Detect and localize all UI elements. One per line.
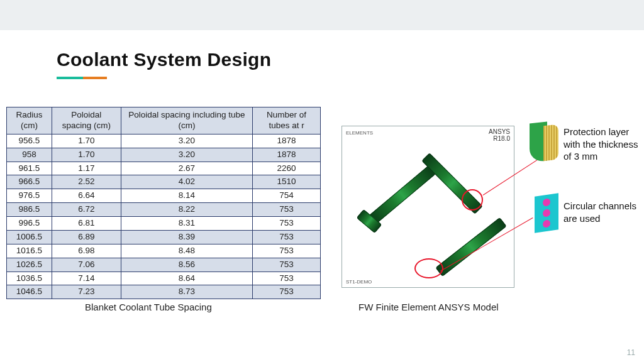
coolant-tube-table: Radius (cm) Poloidal spacing (cm) Poloid…: [6, 107, 321, 299]
table-body: 956.51.703.2018789581.703.201878961.51.1…: [7, 134, 321, 299]
fig-software-tag: ANSYS R18.0: [489, 129, 510, 142]
table-row: 996.56.818.31753: [7, 217, 321, 231]
table-cell: 753: [253, 217, 321, 231]
table-cell: 1878: [253, 148, 321, 162]
table-row: 961.51.172.672260: [7, 162, 321, 175]
table-cell: 754: [253, 189, 321, 203]
table-cell: 8.73: [121, 285, 252, 299]
col-radius: Radius (cm): [7, 107, 52, 134]
figure-caption: FW Finite Element ANSYS Model: [358, 302, 499, 312]
table-cell: 753: [253, 203, 321, 217]
table-row: 966.52.524.021510: [7, 175, 321, 189]
accent-bar: [57, 77, 107, 79]
page-title: Coolant System Design: [57, 49, 644, 70]
table-cell: 6.72: [52, 203, 121, 217]
table-cell: 4.02: [121, 175, 252, 189]
table-cell: 2260: [253, 162, 321, 175]
fig-bottom-tag: ST1-DEMO: [346, 279, 372, 285]
table-cell: 1878: [253, 134, 321, 148]
table-cell: 7.06: [52, 258, 121, 272]
table-header-row: Radius (cm) Poloidal spacing (cm) Poloid…: [7, 107, 321, 134]
table-cell: 8.22: [121, 203, 252, 217]
table-cell: 3.20: [121, 134, 252, 148]
protection-layer-swatch: [530, 123, 560, 162]
table-cell: 1026.5: [7, 258, 52, 272]
tube-segment: [369, 165, 436, 224]
ansys-label: ANSYS: [489, 128, 510, 135]
table-cell: 753: [253, 258, 321, 272]
table-cell: 8.56: [121, 258, 252, 272]
table-cell: 986.5: [7, 203, 52, 217]
table-row: 1046.57.238.73753: [7, 285, 321, 299]
table-cell: 1.70: [52, 134, 121, 148]
table-cell: 956.5: [7, 134, 52, 148]
table-cell: 753: [253, 285, 321, 299]
callout-circle-icon: [414, 258, 443, 278]
col-poloidal: Poloidal spacing (cm): [52, 107, 121, 134]
table-cell: 6.98: [52, 244, 121, 258]
swatch-gold: [543, 124, 558, 162]
fig-corner-tag: ELEMENTS: [346, 130, 373, 136]
callout-circle-icon: [462, 189, 483, 211]
table-row: 976.56.648.14754: [7, 189, 321, 203]
table-cell: 1006.5: [7, 230, 52, 244]
table-row: 1036.57.148.64753: [7, 272, 321, 285]
ansys-version: R18.0: [493, 135, 510, 142]
table-row: 1026.57.068.56753: [7, 258, 321, 272]
page-number: 11: [627, 348, 635, 357]
table-row: 1006.56.898.39753: [7, 230, 321, 244]
table-cell: 753: [253, 272, 321, 285]
table-cell: 3.20: [121, 148, 252, 162]
table-cell: 2.52: [52, 175, 121, 189]
channel-dot-icon: [543, 209, 550, 217]
protection-layer-label: Protection layer with the thickness of 3…: [564, 126, 644, 163]
table-row: 956.51.703.201878: [7, 134, 321, 148]
table-cell: 2.67: [121, 162, 252, 175]
table-cell: 1.17: [52, 162, 121, 175]
table-cell: 1.70: [52, 148, 121, 162]
table-cell: 7.14: [52, 272, 121, 285]
table-cell: 8.64: [121, 272, 252, 285]
ansys-model-figure: ELEMENTS ANSYS R18.0 ST1-DEMO: [341, 126, 514, 288]
header: Coolant System Design: [0, 30, 644, 79]
channel-dot-icon: [543, 198, 550, 207]
table-cell: 6.89: [52, 230, 121, 244]
table-cell: 6.81: [52, 217, 121, 231]
table-cell: 8.14: [121, 189, 252, 203]
table-row: 1016.56.988.48753: [7, 244, 321, 258]
table-cell: 8.39: [121, 230, 252, 244]
circular-channels-swatch: [535, 193, 558, 233]
table-cell: 6.64: [52, 189, 121, 203]
table-cell: 8.48: [121, 244, 252, 258]
table-cell: 753: [253, 230, 321, 244]
table-cell: 961.5: [7, 162, 52, 175]
table-cell: 976.5: [7, 189, 52, 203]
table-cell: 966.5: [7, 175, 52, 189]
table-cell: 1016.5: [7, 244, 52, 258]
accent-teal: [57, 77, 83, 79]
table-cell: 753: [253, 244, 321, 258]
body: Radius (cm) Poloidal spacing (cm) Poloid…: [6, 107, 638, 299]
table-cell: 1036.5: [7, 272, 52, 285]
col-ntubes: Number of tubes at r: [253, 107, 321, 134]
table-cell: 958: [7, 148, 52, 162]
table-cell: 8.31: [121, 217, 252, 231]
col-poloidal-inc: Poloidal spacing including tube (cm): [121, 107, 252, 134]
table-cell: 996.5: [7, 217, 52, 231]
table-row: 9581.703.201878: [7, 148, 321, 162]
channel-dot-icon: [543, 219, 550, 228]
table-cell: 1510: [253, 175, 321, 189]
table-cell: 7.23: [52, 285, 121, 299]
top-bar: [0, 0, 644, 30]
table-row: 986.56.728.22753: [7, 203, 321, 217]
table-caption: Blanket Coolant Tube Spacing: [85, 302, 212, 312]
circular-channels-label: Circular channels are used: [564, 200, 644, 224]
table-cell: 1046.5: [7, 285, 52, 299]
accent-orange: [83, 77, 107, 79]
